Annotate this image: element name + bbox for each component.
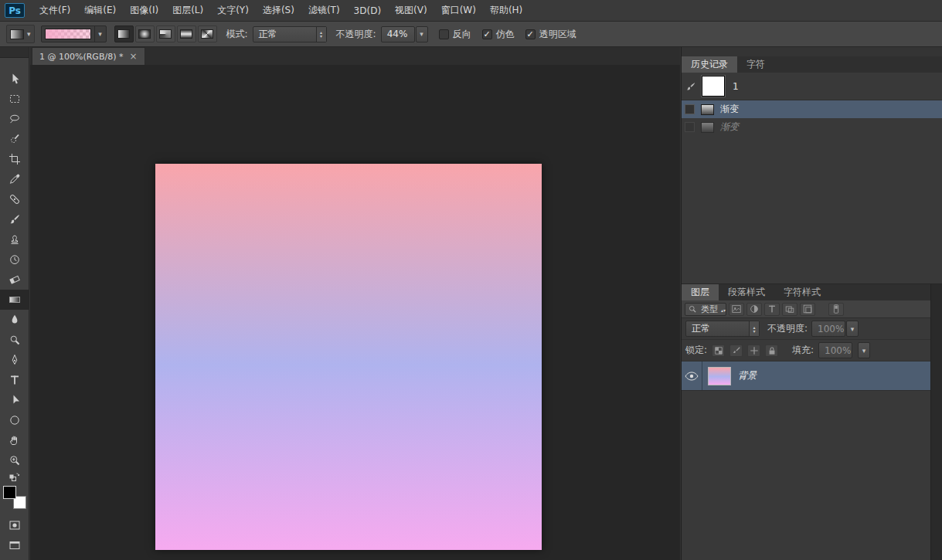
layer-opacity-value: 100% [812, 324, 849, 334]
brush-tool[interactable] [0, 209, 29, 229]
options-bar: ▾ ▾ 模式: 正常 ▴▾ 不透明度: 44% ▾ 反向 ✓ 仿色 [0, 22, 942, 47]
menu-view[interactable]: 视图(V) [388, 0, 434, 22]
history-brush-tool[interactable] [0, 249, 29, 270]
document-tab[interactable]: 1 @ 100%(RGB/8) * × [32, 47, 145, 65]
lock-position-button[interactable] [747, 344, 760, 357]
history-source-well[interactable] [685, 104, 695, 114]
path-selection-tool[interactable] [0, 390, 29, 410]
history-step-label: 渐变 [720, 120, 739, 134]
ps-logo-icon[interactable]: Ps [5, 3, 25, 18]
tab-character[interactable]: 字符 [737, 56, 774, 73]
blend-mode-select[interactable]: 正常 ▴▾ [253, 26, 327, 42]
eraser-tool[interactable] [0, 270, 29, 290]
toolbar-grip[interactable] [0, 47, 29, 58]
visibility-toggle[interactable] [682, 361, 702, 390]
lock-all-button[interactable] [765, 344, 778, 357]
hand-tool[interactable] [0, 430, 29, 450]
combo-arrows-icon: ▴▾ [721, 304, 726, 314]
fill-dropdown-button[interactable]: ▾ [858, 342, 870, 358]
menu-layer[interactable]: 图层(L) [165, 0, 210, 22]
menu-help[interactable]: 帮助(H) [483, 0, 529, 22]
opacity-dropdown-button[interactable]: ▾ [416, 26, 428, 42]
linear-gradient-button[interactable] [114, 25, 134, 42]
menu-filter[interactable]: 滤镜(T) [301, 0, 347, 22]
tab-layers[interactable]: 图层 [682, 284, 719, 300]
menu-3d[interactable]: 3D(D) [347, 0, 388, 22]
shape-tool[interactable] [0, 410, 29, 430]
chevron-down-icon: ▾ [94, 26, 106, 42]
layer-blend-mode-select[interactable]: 正常 ▴▾ [685, 321, 760, 337]
close-icon[interactable]: × [129, 51, 137, 62]
filter-type-layers-button[interactable] [764, 303, 780, 316]
history-source-well[interactable] [685, 122, 695, 132]
type-tool[interactable] [0, 370, 29, 390]
menu-edit[interactable]: 编辑(E) [77, 0, 123, 22]
foreground-color-swatch[interactable] [3, 486, 16, 499]
fill-input[interactable]: 100% [818, 342, 852, 358]
default-swap-colors[interactable] [0, 470, 29, 483]
tab-paragraph-styles[interactable]: 段落样式 [719, 284, 774, 300]
opacity-input[interactable]: 44% [381, 26, 415, 42]
menu-file[interactable]: 文件(F) [32, 0, 77, 22]
filter-smart-objects-button[interactable] [800, 303, 815, 316]
pen-tool[interactable] [0, 350, 29, 370]
quick-mask-button[interactable] [0, 515, 29, 535]
gradient-preview-swatch [45, 29, 91, 39]
snapshot-thumbnail[interactable] [702, 76, 725, 97]
diamond-gradient-button[interactable] [198, 25, 217, 42]
quick-selection-tool[interactable] [0, 129, 29, 149]
zoom-icon [9, 454, 21, 467]
history-step-current[interactable]: 渐变 [682, 100, 942, 118]
reflected-gradient-button[interactable] [177, 25, 196, 42]
healing-brush-tool[interactable] [0, 189, 29, 209]
gradient-picker[interactable]: ▾ [41, 25, 107, 42]
gradient-tool[interactable] [0, 290, 29, 310]
tab-character-styles[interactable]: 字符样式 [774, 284, 830, 300]
menu-type[interactable]: 文字(Y) [210, 0, 256, 22]
zoom-tool[interactable] [0, 450, 29, 470]
transparency-checkbox[interactable]: ✓ 透明区域 [525, 28, 576, 41]
history-brush-icon [9, 253, 21, 266]
menu-image[interactable]: 图像(I) [123, 0, 165, 22]
layer-row-background[interactable]: 背景 [682, 361, 931, 391]
gradient-step-icon [701, 122, 714, 133]
filter-adjustment-layers-button[interactable] [746, 303, 762, 316]
document-tab-bar: 1 @ 100%(RGB/8) * × [30, 47, 680, 65]
snapshot-name: 1 [733, 81, 739, 92]
blend-mode-row: 正常 ▴▾ 不透明度: 100% ▾ [682, 318, 931, 340]
history-step-undone[interactable]: 渐变 [682, 118, 942, 136]
layer-opacity-dropdown-button[interactable]: ▾ [846, 321, 859, 337]
lock-pixels-button[interactable] [729, 344, 743, 357]
dodge-tool[interactable] [0, 330, 29, 350]
eyedropper-tool[interactable] [0, 169, 29, 189]
reverse-checkbox[interactable]: 反向 [439, 28, 471, 41]
angle-gradient-button[interactable] [156, 25, 175, 42]
document-canvas[interactable] [155, 164, 542, 550]
screen-mode-button[interactable] [0, 535, 29, 555]
menu-select[interactable]: 选择(S) [256, 0, 301, 22]
filter-toggle-button[interactable] [828, 303, 844, 316]
marquee-tool[interactable] [0, 89, 29, 109]
lasso-tool[interactable] [0, 109, 29, 129]
clone-stamp-tool[interactable] [0, 229, 29, 249]
tab-history[interactable]: 历史记录 [682, 56, 737, 73]
crop-icon [9, 153, 21, 165]
layer-name: 背景 [738, 369, 757, 382]
layer-opacity-input[interactable]: 100% [811, 321, 845, 337]
filter-shape-layers-button[interactable] [782, 303, 797, 316]
move-tool[interactable] [0, 69, 29, 89]
dither-checkbox[interactable]: ✓ 仿色 [482, 28, 515, 41]
blur-tool[interactable] [0, 310, 29, 330]
diamond-gradient-icon [201, 29, 213, 39]
layer-filter-select[interactable]: 类型 ▴▾ [685, 303, 726, 316]
canvas-area[interactable] [30, 65, 680, 560]
lock-transparency-button[interactable] [712, 344, 725, 357]
tool-preset-picker[interactable]: ▾ [6, 25, 35, 43]
layer-thumbnail[interactable] [708, 367, 731, 385]
crop-tool[interactable] [0, 149, 29, 169]
radial-gradient-button[interactable] [135, 25, 155, 42]
menu-window[interactable]: 窗口(W) [434, 0, 483, 22]
filter-pixel-layers-button[interactable] [729, 303, 744, 316]
history-snapshot-row[interactable]: 1 [682, 73, 942, 100]
type-layer-icon [767, 304, 777, 314]
